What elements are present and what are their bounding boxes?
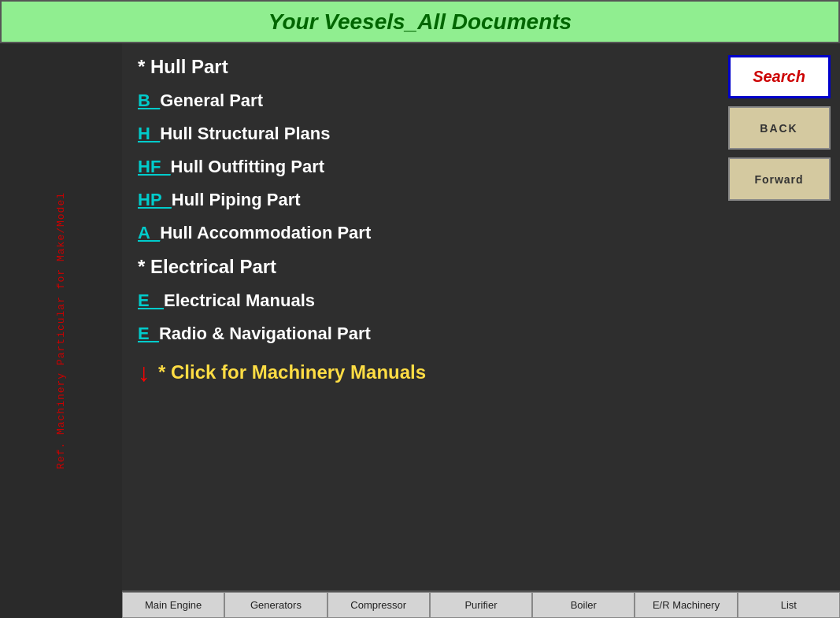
- app-header: Your Veesels_All Documents: [0, 0, 840, 43]
- electrical-part-header[interactable]: * Electrical Part: [138, 251, 702, 283]
- content-area: * Hull Part B_General Part H_Hull Struct…: [122, 43, 840, 618]
- tab-compressor[interactable]: Compressor: [327, 592, 430, 618]
- tab-generators[interactable]: Generators: [224, 592, 327, 618]
- tab-er-machinery[interactable]: E/R Machinery: [635, 592, 737, 618]
- main-layout: Ref. Machinery Particular for Make/Model…: [0, 43, 840, 618]
- tab-list[interactable]: List: [738, 592, 840, 618]
- sidebar: Ref. Machinery Particular for Make/Model: [0, 43, 122, 618]
- down-arrow-icon: ↓: [138, 360, 150, 385]
- tab-main-engine[interactable]: Main Engine: [122, 592, 224, 618]
- machinery-tabs: Main Engine Generators Compressor Purifi…: [122, 590, 840, 618]
- tab-purifier[interactable]: Purifier: [430, 592, 532, 618]
- machinery-manuals-label: * Click for Machinery Manuals: [158, 361, 426, 383]
- page-title: Your Veesels_All Documents: [268, 9, 572, 35]
- main-section: * Hull Part B_General Part H_Hull Struct…: [122, 43, 840, 590]
- electrical-manuals-item[interactable]: E_ Electrical Manuals: [138, 286, 702, 316]
- sidebar-label: Ref. Machinery Particular for Make/Model: [55, 192, 67, 469]
- document-list: * Hull Part B_General Part H_Hull Struct…: [122, 43, 718, 590]
- star-icon2: *: [138, 256, 150, 277]
- hull-structural-item[interactable]: H_Hull Structural Plans: [138, 119, 702, 149]
- hull-outfitting-item[interactable]: HF_Hull Outfitting Part: [138, 152, 702, 182]
- hull-accommodation-item[interactable]: A_Hull Accommodation Part: [138, 218, 702, 248]
- tab-boiler[interactable]: Boiler: [532, 592, 635, 618]
- nav-buttons: Search BACK Forward: [718, 43, 840, 590]
- hull-part-header[interactable]: * Hull Part: [138, 51, 702, 83]
- search-button[interactable]: Search: [728, 55, 831, 98]
- forward-button[interactable]: Forward: [728, 157, 831, 201]
- radio-nav-item[interactable]: E_Radio & Navigational Part: [138, 319, 702, 349]
- general-part-item[interactable]: B_General Part: [138, 86, 702, 116]
- star-icon: *: [138, 56, 150, 77]
- hull-piping-item[interactable]: HP_Hull Piping Part: [138, 185, 702, 215]
- back-button[interactable]: BACK: [728, 106, 831, 150]
- machinery-manuals-section[interactable]: ↓ * Click for Machinery Manuals: [138, 360, 702, 385]
